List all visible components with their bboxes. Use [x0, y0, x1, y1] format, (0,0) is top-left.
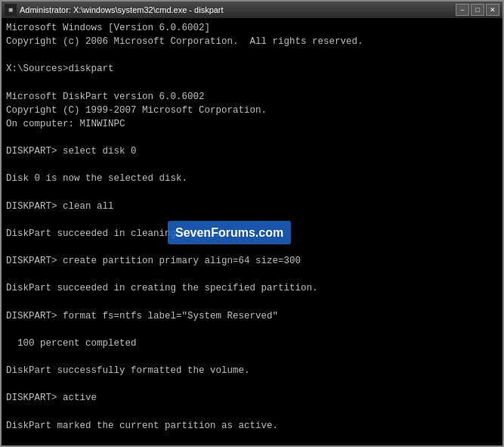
terminal-line [6, 350, 498, 364]
terminal-line: On computer: MINWINPC [6, 117, 498, 131]
window-icon: ■ [5, 4, 17, 16]
terminal-line: DISKPART> select disk 0 [6, 144, 498, 158]
minimize-button[interactable]: − [456, 4, 469, 16]
terminal-line: DISKPART> active [6, 391, 498, 405]
terminal-line [6, 296, 498, 309]
terminal-line [6, 186, 498, 200]
terminal-line: DISKPART> create partition primary align… [6, 254, 498, 268]
terminal-line: DiskPart succeeded in creating the speci… [6, 281, 498, 295]
terminal-line [6, 433, 498, 445]
terminal-line [6, 158, 498, 172]
terminal-line: Disk 0 is now the selected disk. [6, 172, 498, 185]
terminal-line [6, 405, 498, 419]
terminal-line: Copyright (c) 2006 Microsoft Corporation… [6, 35, 498, 48]
terminal-line [6, 323, 498, 337]
terminal-line: 100 percent completed [6, 337, 498, 350]
terminal-line: X:\Sources>diskpart [6, 62, 498, 76]
terminal-line [6, 377, 498, 391]
terminal-line: Microsoft DiskPart version 6.0.6002 [6, 90, 498, 104]
terminal-line: DISKPART> clean all [6, 200, 498, 213]
cmd-window: ■ Administrator: X:\windows\system32\cmd… [0, 0, 504, 447]
terminal-output[interactable]: Microsoft Windows [Version 6.0.6002]Copy… [2, 18, 502, 445]
terminal-line: DISKPART> format fs=ntfs label="System R… [6, 309, 498, 323]
terminal-line: DiskPart succeeded in cleaning the disk. [6, 227, 498, 241]
terminal-line [6, 268, 498, 281]
terminal-line [6, 48, 498, 62]
terminal-line: DiskPart successfully formatted the volu… [6, 364, 498, 377]
terminal-line [6, 241, 498, 254]
title-bar-buttons: − □ ✕ [456, 4, 499, 16]
title-bar-text: Administrator: X:\windows\system32\cmd.e… [20, 5, 456, 14]
terminal-line [6, 213, 498, 227]
terminal-line: Copyright (C) 1999-2007 Microsoft Corpor… [6, 104, 498, 117]
maximize-button[interactable]: □ [471, 4, 484, 16]
close-button[interactable]: ✕ [486, 4, 499, 16]
terminal-line [6, 76, 498, 90]
title-bar: ■ Administrator: X:\windows\system32\cmd… [2, 2, 502, 18]
terminal-line [6, 131, 498, 144]
terminal-line: Microsoft Windows [Version 6.0.6002] [6, 21, 498, 35]
terminal-line: DiskPart marked the current partition as… [6, 419, 498, 433]
